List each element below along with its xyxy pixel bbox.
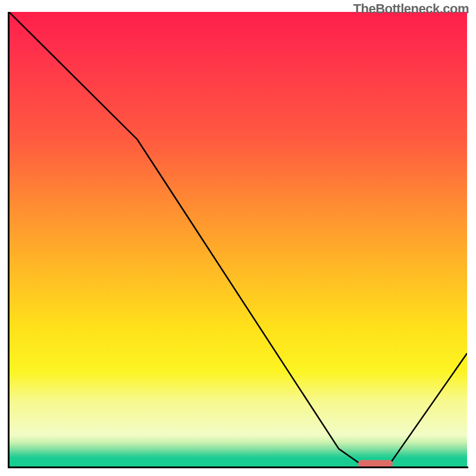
plot-area [9, 12, 467, 467]
chart-container: TheBottleneck.com [0, 0, 476, 476]
bottleneck-curve [9, 12, 467, 465]
chart-overlay [9, 12, 467, 467]
watermark-text: TheBottleneck.com [353, 1, 469, 17]
y-axis [8, 12, 10, 468]
x-axis [8, 466, 468, 468]
